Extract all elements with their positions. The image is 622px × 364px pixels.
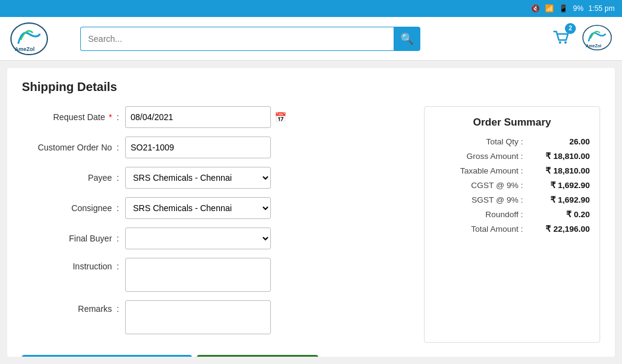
summary-row: CGST @ 9% : ₹ 1,692.90 bbox=[434, 180, 590, 190]
summary-row: Total Qty : 26.00 bbox=[434, 137, 590, 146]
consignee-label: Consignee : bbox=[22, 203, 125, 213]
battery-level: 9% bbox=[573, 4, 583, 13]
summary-value: ₹ 22,196.00 bbox=[523, 224, 590, 234]
amezol-logo-right: AmeZol bbox=[582, 24, 612, 53]
summary-value: ₹ 1,692.90 bbox=[523, 195, 590, 204]
customer-order-input[interactable] bbox=[125, 136, 271, 158]
request-date-input[interactable] bbox=[125, 106, 271, 128]
remarks-row: Remarks : bbox=[22, 300, 409, 334]
summary-value: ₹ 18,810.00 bbox=[523, 151, 590, 161]
order-summary-title: Order Summary bbox=[434, 116, 590, 129]
status-bar: 🔇 📶 📱 9% 1:55 pm bbox=[0, 0, 622, 17]
continue-shopping-button[interactable]: Continue Shopping bbox=[22, 355, 192, 357]
button-row: Continue Shopping Submit bbox=[22, 355, 600, 357]
header: AmeZol 🔍 2 AmeZol bbox=[0, 17, 622, 61]
summary-row: Gross Amount : ₹ 18,810.00 bbox=[434, 151, 590, 161]
consignee-select[interactable]: SRS Chemicals - Chennai bbox=[125, 197, 271, 219]
page-title: Shipping Details bbox=[22, 80, 600, 94]
consignee-row: Consignee : SRS Chemicals - Chennai bbox=[22, 197, 409, 219]
customer-order-row: Customer Order No : bbox=[22, 136, 409, 158]
search-container: 🔍 bbox=[80, 27, 420, 51]
payee-select[interactable]: SRS Chemicals - Chennai bbox=[125, 167, 271, 189]
svg-text:AmeZol: AmeZol bbox=[586, 43, 601, 47]
required-asterisk: * bbox=[109, 112, 112, 122]
search-input[interactable] bbox=[80, 27, 394, 51]
clock: 1:55 pm bbox=[589, 4, 615, 13]
payee-label: Payee : bbox=[22, 173, 125, 183]
signal-icon: 📱 bbox=[559, 4, 568, 13]
cart-icon-wrap[interactable]: 2 bbox=[550, 27, 572, 51]
final-buyer-select[interactable] bbox=[125, 228, 271, 249]
summary-value: ₹ 1,692.90 bbox=[523, 180, 590, 190]
instruction-row: Instruction : bbox=[22, 258, 409, 292]
cart-badge: 2 bbox=[565, 23, 576, 34]
instruction-textarea[interactable] bbox=[125, 258, 271, 292]
request-date-label: Request Date * : bbox=[22, 112, 125, 122]
content-grid: Request Date * : 📅 Customer Order No : bbox=[22, 106, 600, 343]
final-buyer-row: Final Buyer : bbox=[22, 228, 409, 249]
instruction-label: Instruction : bbox=[22, 258, 125, 271]
calendar-icon[interactable]: 📅 bbox=[275, 112, 287, 123]
wifi-icon: 📶 bbox=[545, 4, 554, 13]
logo-area: AmeZol bbox=[10, 22, 70, 56]
submit-button[interactable]: Submit bbox=[197, 355, 318, 357]
summary-row: Taxable Amount : ₹ 18,810.00 bbox=[434, 166, 590, 175]
summary-label: Taxable Amount : bbox=[434, 166, 523, 175]
date-wrap: 📅 bbox=[125, 106, 287, 128]
request-date-row: Request Date * : 📅 bbox=[22, 106, 409, 128]
svg-text:AmeZol: AmeZol bbox=[15, 46, 35, 52]
search-button[interactable]: 🔍 bbox=[394, 27, 420, 51]
summary-value: 26.00 bbox=[523, 137, 590, 146]
form-section: Request Date * : 📅 Customer Order No : bbox=[22, 106, 409, 343]
bluetooth-icon: 🔇 bbox=[531, 4, 540, 13]
remarks-textarea[interactable] bbox=[125, 300, 271, 334]
summary-label: Gross Amount : bbox=[434, 152, 523, 161]
summary-row: Roundoff : ₹ 0.20 bbox=[434, 209, 590, 219]
logo-icon: AmeZol bbox=[10, 22, 49, 56]
summary-label: SGST @ 9% : bbox=[434, 195, 523, 204]
summary-label: Total Amount : bbox=[434, 224, 523, 234]
summary-row: Total Amount : ₹ 22,196.00 bbox=[434, 224, 590, 234]
svg-point-2 bbox=[559, 41, 561, 44]
svg-point-3 bbox=[564, 41, 567, 44]
summary-value: ₹ 0.20 bbox=[523, 209, 590, 219]
summary-rows: Total Qty : 26.00 Gross Amount : ₹ 18,81… bbox=[434, 137, 590, 234]
summary-label: Total Qty : bbox=[434, 137, 523, 146]
summary-label: Roundoff : bbox=[434, 210, 523, 219]
header-icons: 2 AmeZol bbox=[550, 24, 612, 53]
final-buyer-label: Final Buyer : bbox=[22, 234, 125, 243]
main-content: Shipping Details Request Date * : 📅 Cust… bbox=[7, 68, 615, 357]
customer-order-label: Customer Order No : bbox=[22, 143, 125, 152]
order-summary: Order Summary Total Qty : 26.00 Gross Am… bbox=[424, 106, 600, 343]
summary-label: CGST @ 9% : bbox=[434, 181, 523, 190]
remarks-label: Remarks : bbox=[22, 300, 125, 314]
summary-value: ₹ 18,810.00 bbox=[523, 166, 590, 175]
summary-row: SGST @ 9% : ₹ 1,692.90 bbox=[434, 195, 590, 204]
search-icon: 🔍 bbox=[400, 32, 414, 46]
payee-row: Payee : SRS Chemicals - Chennai bbox=[22, 167, 409, 189]
